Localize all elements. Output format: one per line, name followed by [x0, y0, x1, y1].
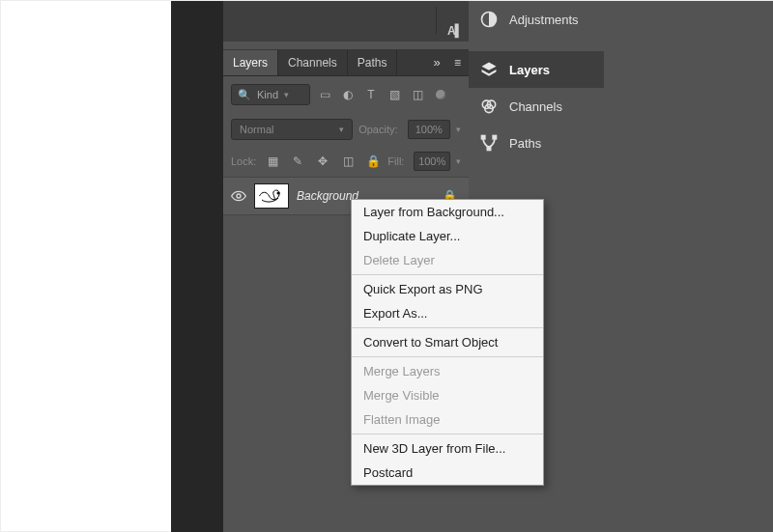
lock-label: Lock: [231, 155, 256, 167]
context-menu-item[interactable]: New 3D Layer from File... [352, 436, 543, 461]
layer-name-label: Background [297, 189, 358, 203]
lock-all-icon[interactable]: 🔒 [364, 153, 382, 170]
palette-item-adjustments[interactable]: Adjustments [469, 1, 604, 38]
layer-filter-row: 🔍 Kind ▾ ▭ ◐ T ▧ ◫ [223, 76, 469, 113]
svg-rect-7 [482, 136, 485, 139]
palette-label: Layers [509, 63, 550, 77]
fill-value[interactable]: 100% [414, 152, 450, 171]
context-menu-separator [352, 434, 543, 434]
context-menu-item[interactable]: Export As... [352, 301, 543, 325]
lock-image-icon[interactable]: ✎ [289, 153, 306, 170]
palette-item-layers[interactable]: Layers [469, 51, 604, 88]
panel-tab-bar: Layers Channels Paths » ≡ [223, 49, 469, 76]
context-menu-item: Delete Layer [352, 248, 543, 272]
lock-icon-group: ▦ ✎ ✥ ◫ 🔒 [264, 153, 382, 170]
context-menu-item[interactable]: Duplicate Layer... [352, 224, 543, 248]
tab-channels[interactable]: Channels [278, 50, 348, 75]
context-menu-item[interactable]: Layer from Background... [352, 200, 543, 224]
context-menu-item: Merge Layers [352, 359, 543, 383]
filter-shape-icon[interactable]: ▧ [386, 86, 403, 103]
panel-divider [436, 7, 437, 34]
tab-paths[interactable]: Paths [348, 50, 398, 75]
palette-item-channels[interactable]: Channels [469, 88, 604, 125]
palette-label: Paths [509, 136, 541, 151]
thumbnail-swirl-icon [257, 186, 286, 206]
kind-label: Kind [257, 89, 278, 100]
context-menu-item[interactable]: Postcard [352, 461, 543, 485]
opacity-value[interactable]: 100% [408, 120, 450, 139]
filter-pixel-icon[interactable]: ▭ [316, 86, 333, 103]
channels-icon [478, 96, 500, 117]
top-panel-strip: A▍ [223, 1, 469, 45]
filter-toggle[interactable] [436, 90, 445, 99]
filter-smartobj-icon[interactable]: ◫ [409, 86, 426, 103]
context-menu-item[interactable]: Convert to Smart Object [352, 330, 543, 354]
context-menu-separator [352, 327, 543, 328]
layers-icon [478, 59, 500, 80]
search-icon: 🔍 [238, 89, 251, 101]
opacity-chevron-icon[interactable]: ▾ [456, 125, 461, 134]
palette-label: Channels [509, 99, 562, 114]
lock-fill-row: Lock: ▦ ✎ ✥ ◫ 🔒 Fill: 100% ▾ [223, 146, 469, 177]
opacity-label: Opacity: [358, 124, 397, 135]
visibility-eye-icon[interactable] [231, 188, 246, 204]
blend-mode-label: Normal [240, 124, 273, 135]
layer-context-menu: Layer from Background...Duplicate Layer.… [351, 199, 544, 486]
palette-item-paths[interactable]: Paths [469, 125, 604, 161]
blend-mode-dropdown[interactable]: Normal ▾ [231, 119, 353, 140]
chevron-down-icon: ▾ [284, 90, 289, 99]
fill-chevron-icon[interactable]: ▾ [456, 156, 461, 166]
lock-artboard-icon[interactable]: ◫ [339, 153, 357, 170]
svg-point-2 [277, 192, 280, 195]
svg-rect-1 [257, 186, 286, 206]
lock-position-icon[interactable]: ✥ [314, 153, 331, 170]
stage: A▍ Layers Channels Paths » ≡ 🔍 Kind ▾ ▭ … [0, 0, 773, 532]
type-glyph-text: A▍ [447, 24, 463, 38]
paths-icon [478, 132, 500, 154]
adjustments-icon [478, 9, 500, 30]
svg-point-0 [237, 194, 241, 198]
context-menu-item: Flatten Image [352, 407, 543, 432]
filter-adjustment-icon[interactable]: ◐ [339, 86, 357, 103]
panel-menu-button[interactable]: ≡ [447, 56, 469, 70]
fill-label: Fill: [387, 155, 404, 167]
lock-transparent-icon[interactable]: ▦ [264, 153, 281, 170]
canvas-dark-strip [171, 1, 223, 532]
type-tool-glyph: A▍ [447, 24, 463, 38]
panel-overflow-button[interactable]: » [426, 55, 447, 70]
context-menu-separator [352, 356, 543, 357]
chevron-down-icon: ▾ [339, 125, 344, 134]
tab-layers[interactable]: Layers [223, 50, 278, 75]
context-menu-separator [352, 274, 543, 275]
svg-rect-8 [493, 136, 496, 139]
blend-opacity-row: Normal ▾ Opacity: 100% ▾ [223, 113, 469, 146]
svg-rect-9 [487, 147, 490, 150]
context-menu-item[interactable]: Quick Export as PNG [352, 277, 543, 301]
palette-label: Adjustments [509, 13, 579, 27]
context-menu-item: Merge Visible [352, 383, 543, 407]
filter-type-icon[interactable]: T [362, 86, 380, 103]
layer-thumbnail[interactable] [254, 183, 289, 209]
filter-kind-dropdown[interactable]: 🔍 Kind ▾ [231, 84, 310, 105]
